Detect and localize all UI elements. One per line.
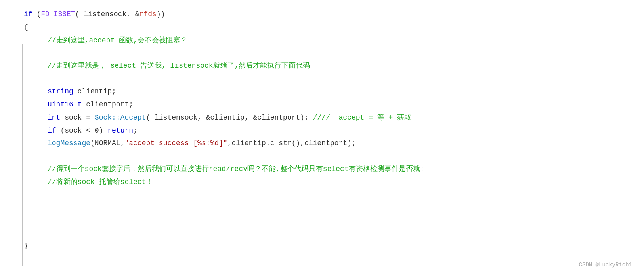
code-line-8: uint16_t clientport;: [24, 98, 644, 111]
code-line-cursor[interactable]: [24, 189, 644, 201]
code-line-5: //走到这里就是， select 告送我,_listensock就绪了,然后才能…: [24, 59, 644, 72]
comment-3: //得到一个sock套接字后，然后我们可以直接进行read/recv吗？不能,整…: [48, 163, 420, 175]
comment-4: //将新的sock 托管给select！: [48, 176, 153, 188]
code-line-9: int sock = Sock::Accept (_listensock, &c…: [24, 111, 644, 124]
macro-fd-isset: FD_ISSET: [41, 9, 75, 20]
text-cursor: [48, 190, 48, 198]
code-line-17: [24, 214, 644, 227]
code-line-16: [24, 201, 644, 214]
code-line-10: if (sock < 0) return ;: [24, 124, 644, 137]
code-line-7: string clientip;: [24, 85, 644, 98]
watermark: CSDN @LuckyRich1: [579, 260, 632, 269]
keyword-return: return: [107, 125, 133, 137]
type-int: int: [48, 112, 60, 123]
comment-2: //走到这里就是， select 告送我,_listensock就绪了,然后才能…: [48, 60, 310, 72]
code-editor: if ( FD_ISSET (_listensock, & rfds )) { …: [0, 0, 644, 277]
code-line-3: //走到这里,accept 函数,会不会被阻塞？: [24, 34, 644, 47]
code-line-1: if ( FD_ISSET (_listensock, & rfds )): [24, 8, 644, 21]
code-line-11: logMessage (NORMAL, "accept success [%s:…: [24, 137, 644, 150]
keyword-if: if: [24, 9, 32, 20]
brace-guide: [22, 44, 23, 266]
code-line-12: [24, 150, 644, 163]
code-line-close-brace: }: [24, 239, 644, 252]
func-accept: Sock::Accept: [95, 112, 146, 123]
code-line-2: {: [24, 21, 644, 34]
comment-1: //走到这里,accept 函数,会不会被阻塞？: [48, 35, 187, 46]
type-uint16: uint16_t: [48, 99, 82, 110]
func-logmessage: logMessage: [48, 138, 90, 149]
code-line-4: [24, 47, 644, 59]
code-line-6: [24, 72, 644, 85]
type-string: string: [48, 86, 73, 97]
code-line-14: //将新的sock 托管给select！: [24, 176, 644, 189]
code-line-13: //得到一个sock套接字后，然后我们可以直接进行read/recv吗？不能,整…: [24, 163, 644, 176]
string-accept-success: "accept success [%s:%d]": [124, 138, 227, 149]
keyword-if2: if: [48, 125, 56, 137]
code-line-18: [24, 227, 644, 239]
